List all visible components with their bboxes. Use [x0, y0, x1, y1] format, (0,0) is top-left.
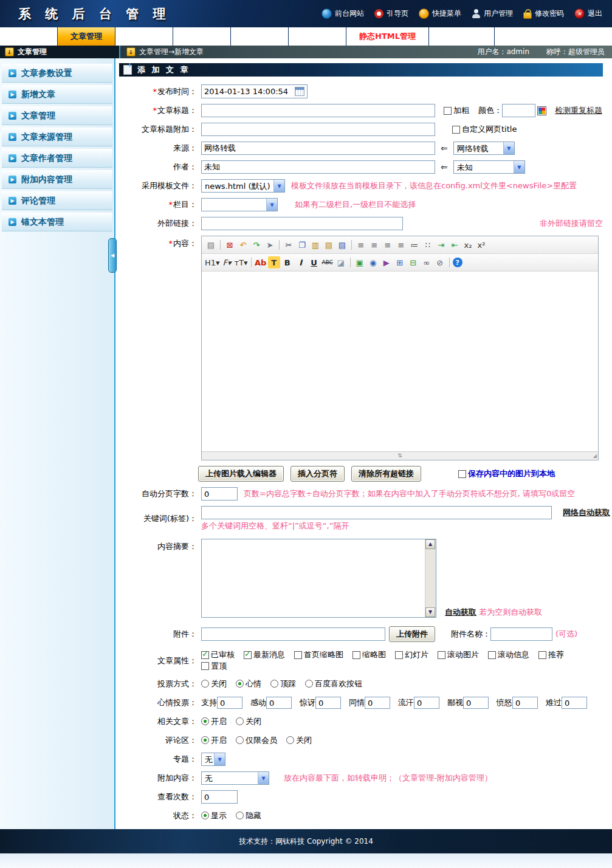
- sidebar-item[interactable]: ▶新增文章: [2, 85, 112, 104]
- scroll-up-icon[interactable]: ▲: [425, 539, 435, 549]
- nav-tab[interactable]: 辅助管理: [173, 27, 231, 46]
- extra-content-select[interactable]: 无▼: [201, 771, 269, 785]
- template-select[interactable]: news.html (默认)▼: [201, 179, 285, 193]
- attribute-option[interactable]: 已审核: [201, 649, 235, 660]
- custom-title-checkbox[interactable]: [452, 126, 460, 134]
- font-color-icon[interactable]: Ab: [255, 256, 267, 268]
- attribute-checkbox[interactable]: [395, 651, 403, 659]
- insert-table-icon[interactable]: ⊞: [394, 256, 406, 268]
- author-select[interactable]: 未知▼: [453, 160, 525, 174]
- logout-link[interactable]: 退出: [574, 9, 602, 19]
- source-input[interactable]: [201, 142, 435, 155]
- subtitle-input[interactable]: [201, 123, 435, 136]
- bold-checkbox[interactable]: [444, 107, 452, 115]
- status-radio[interactable]: [236, 812, 244, 819]
- copy-icon[interactable]: ❐: [296, 239, 308, 251]
- undo-icon[interactable]: ↶: [237, 239, 249, 251]
- help-icon[interactable]: ?: [453, 258, 462, 267]
- comment-area-radio[interactable]: [236, 736, 244, 744]
- vote-mode-radio[interactable]: [305, 680, 313, 688]
- superscript-icon[interactable]: x²: [475, 239, 487, 251]
- mood-vote-input[interactable]: [315, 697, 341, 709]
- highlight-icon[interactable]: T: [268, 256, 280, 268]
- paste-text-icon[interactable]: ▤: [323, 239, 335, 251]
- title-color-input[interactable]: [502, 104, 535, 117]
- title-input[interactable]: [201, 104, 435, 117]
- scrollbar[interactable]: ▲ ▼: [425, 539, 436, 617]
- font-family-icon[interactable]: F▾: [221, 256, 233, 268]
- attribute-option[interactable]: 置顶: [201, 661, 227, 672]
- attribute-checkbox[interactable]: [201, 662, 209, 670]
- attribute-option[interactable]: 滚动图片: [438, 649, 479, 660]
- mood-vote-input[interactable]: [562, 697, 587, 709]
- attribute-checkbox[interactable]: [438, 651, 445, 659]
- nav-tab[interactable]: 管理员专区: [429, 27, 495, 46]
- front-site-link[interactable]: 前台网站: [321, 9, 364, 19]
- sidebar-item[interactable]: ▶评论管理: [2, 191, 112, 210]
- status-radio[interactable]: [201, 812, 209, 819]
- paste-icon[interactable]: ▥: [309, 239, 321, 251]
- insert-image-icon[interactable]: ▣: [354, 256, 366, 268]
- topic-select[interactable]: 无▼: [201, 753, 225, 766]
- vote-mode-radio[interactable]: [236, 680, 244, 688]
- unlink-icon[interactable]: ⊘: [434, 256, 446, 268]
- related-articles-radio[interactable]: [236, 717, 244, 725]
- sidebar-collapse-handle[interactable]: ◀: [108, 238, 117, 273]
- heading-icon[interactable]: H1▾: [205, 256, 220, 268]
- vote-mode-option[interactable]: 关闭: [201, 678, 227, 689]
- author-input[interactable]: [201, 160, 435, 174]
- comment-area-radio[interactable]: [286, 736, 294, 744]
- paste-word-icon[interactable]: ▤: [336, 239, 348, 251]
- nav-tab[interactable]: 采集管理: [115, 27, 173, 46]
- sidebar-item[interactable]: ▶文章参数设置: [2, 64, 112, 83]
- editor-content-area[interactable]: [202, 272, 598, 451]
- strikethrough-icon[interactable]: ABC: [321, 256, 334, 268]
- nav-tab[interactable]: 常规设置: [0, 27, 58, 46]
- related-articles-option[interactable]: 关闭: [236, 716, 261, 727]
- attribute-checkbox[interactable]: [488, 651, 496, 659]
- color-palette-icon[interactable]: [537, 106, 546, 115]
- change-password-link[interactable]: 修改密码: [523, 9, 564, 19]
- check-duplicate-title-link[interactable]: 检测重复标题: [555, 105, 602, 116]
- summary-auto-fetch-link[interactable]: 自动获取: [445, 607, 476, 617]
- mood-vote-input[interactable]: [463, 697, 489, 709]
- external-link-input[interactable]: [201, 217, 403, 230]
- align-right-icon[interactable]: ≡: [382, 239, 394, 251]
- unordered-list-icon[interactable]: ∷: [422, 239, 434, 251]
- autopage-input[interactable]: [201, 487, 238, 501]
- editor-action-button[interactable]: 上传图片载入编辑器: [198, 466, 284, 482]
- attribute-checkbox[interactable]: [294, 651, 302, 659]
- related-articles-option[interactable]: 开启: [201, 716, 227, 727]
- status-option[interactable]: 隐藏: [236, 810, 261, 821]
- ordered-list-icon[interactable]: ≔: [408, 239, 421, 251]
- editor-resize-bar[interactable]: ⇅: [202, 451, 598, 460]
- sidebar-item[interactable]: ▶文章来源管理: [2, 128, 112, 146]
- attribute-option[interactable]: 幻灯片: [395, 649, 428, 660]
- attribute-option[interactable]: 滚动信息: [488, 649, 529, 660]
- user-management-link[interactable]: 用户管理: [472, 9, 513, 19]
- status-option[interactable]: 显示: [201, 810, 227, 821]
- attribute-checkbox[interactable]: [201, 651, 209, 659]
- scroll-down-icon[interactable]: ▼: [425, 607, 435, 617]
- mood-vote-input[interactable]: [365, 697, 390, 709]
- save-images-checkbox[interactable]: [458, 470, 466, 478]
- redo-icon[interactable]: ↷: [250, 239, 263, 251]
- subscript-icon[interactable]: x₂: [462, 239, 474, 251]
- align-left-icon[interactable]: ≡: [355, 239, 367, 251]
- select-cursor-icon[interactable]: ➤: [264, 239, 276, 251]
- attribute-option[interactable]: 推荐: [538, 649, 564, 660]
- sidebar-item[interactable]: ▶附加内容管理: [2, 170, 112, 189]
- quick-menu-link[interactable]: 快捷菜单: [419, 9, 461, 19]
- nav-tab[interactable]: 文章管理: [58, 27, 115, 46]
- vote-mode-option[interactable]: 心情: [236, 678, 261, 689]
- justify-icon[interactable]: ≡: [395, 239, 407, 251]
- mood-vote-input[interactable]: [512, 697, 538, 709]
- eraser-icon[interactable]: ◪: [335, 256, 347, 268]
- cut-region-icon[interactable]: ⊠: [224, 239, 236, 251]
- nav-tab[interactable]: 模板功能: [289, 27, 346, 46]
- vote-mode-radio[interactable]: [270, 680, 278, 688]
- sidebar-item[interactable]: ▶锚文本管理: [2, 213, 112, 231]
- italic-icon[interactable]: I: [295, 256, 307, 268]
- insert-flash-icon[interactable]: ◉: [367, 256, 379, 268]
- comment-area-radio[interactable]: [201, 736, 209, 744]
